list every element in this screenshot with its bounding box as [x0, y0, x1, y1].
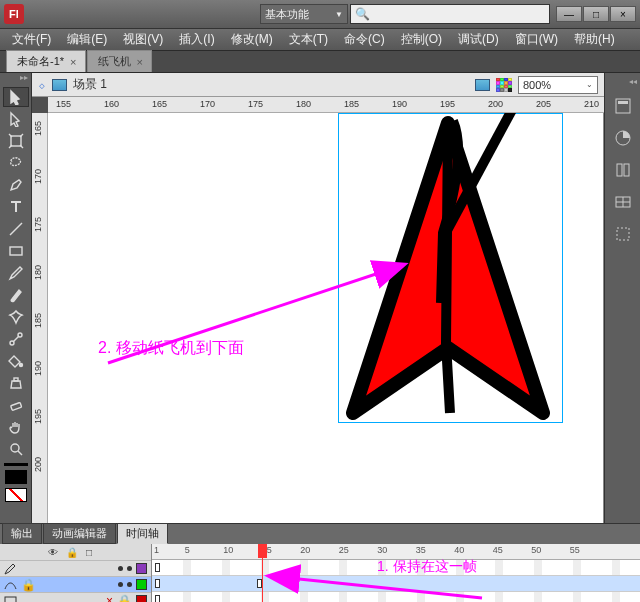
frame-row[interactable]: [152, 592, 640, 602]
stroke-swatch[interactable]: [5, 470, 27, 484]
search-input[interactable]: 🔍: [350, 4, 550, 24]
ink-bottle-tool[interactable]: [3, 373, 29, 393]
lasso-tool[interactable]: [3, 153, 29, 173]
close-icon[interactable]: ×: [137, 56, 143, 68]
svg-rect-0: [11, 136, 21, 146]
close-icon[interactable]: ×: [70, 56, 76, 68]
rectangle-tool[interactable]: [3, 241, 29, 261]
outline-icon[interactable]: □: [86, 547, 92, 558]
menu-help[interactable]: 帮助(H): [568, 29, 621, 50]
collapse-icon[interactable]: ▸▸: [20, 73, 28, 83]
workspace-selector[interactable]: 基本功能 ▼: [260, 4, 348, 24]
back-button[interactable]: ⬦: [38, 77, 46, 92]
pencil-tool[interactable]: [3, 263, 29, 283]
svg-rect-14: [624, 164, 629, 176]
menu-edit[interactable]: 编辑(E): [61, 29, 113, 50]
scene-icon: [52, 79, 67, 91]
layer-row[interactable]: 🔒: [0, 576, 151, 592]
svg-rect-16: [617, 228, 629, 240]
doc-tab-1[interactable]: 未命名-1* ×: [6, 50, 86, 72]
selection-tool[interactable]: [3, 87, 29, 107]
tween-icon: [4, 579, 17, 591]
swatches-panel-icon[interactable]: [610, 190, 636, 214]
svg-rect-13: [617, 164, 622, 176]
chevron-down-icon: ⌄: [586, 80, 593, 89]
text-tool[interactable]: [3, 197, 29, 217]
svg-point-7: [11, 444, 19, 452]
playhead[interactable]: [258, 544, 267, 602]
stage[interactable]: 2. 移动纸飞机到下面: [48, 113, 604, 523]
tab-timeline[interactable]: 时间轴: [117, 523, 168, 544]
bone-tool[interactable]: [3, 329, 29, 349]
doc-tab-label: 纸飞机: [98, 54, 131, 69]
vertical-ruler: 165170175180185190195200: [32, 113, 48, 523]
zoom-tool[interactable]: [3, 439, 29, 459]
eye-icon[interactable]: 👁: [48, 547, 58, 558]
horizontal-ruler: 155160165170175180185190195200205210: [48, 97, 604, 113]
transform-handle[interactable]: [411, 232, 465, 286]
app-logo: Fl: [4, 4, 24, 24]
pen-tool[interactable]: [3, 175, 29, 195]
annotation-text-1: 1. 保持在这一帧: [377, 558, 477, 576]
layers-pane: 👁 🔒 □ 🔒 ×🔒: [0, 544, 152, 602]
layer-icon: [4, 595, 17, 603]
tab-output[interactable]: 输出: [2, 523, 42, 544]
free-transform-tool[interactable]: [3, 131, 29, 151]
layer-color[interactable]: [136, 563, 147, 574]
hand-tool[interactable]: [3, 417, 29, 437]
layer-color[interactable]: [136, 595, 147, 602]
layer-row[interactable]: [0, 560, 151, 576]
library-panel-icon[interactable]: [610, 158, 636, 182]
edit-scene-icon[interactable]: [475, 79, 490, 91]
frames-pane[interactable]: 1510152025303540455055 1. 保持在这一帧: [152, 544, 640, 602]
eraser-tool[interactable]: [3, 395, 29, 415]
tab-motion-editor[interactable]: 动画编辑器: [43, 523, 116, 544]
menu-bar: 文件(F) 编辑(E) 视图(V) 插入(I) 修改(M) 文本(T) 命令(C…: [0, 29, 640, 51]
paint-bucket-tool[interactable]: [3, 351, 29, 371]
svg-rect-6: [10, 402, 21, 410]
title-bar: Fl 基本功能 ▼ 🔍 — □ ×: [0, 0, 640, 29]
maximize-button[interactable]: □: [583, 6, 609, 22]
layer-color[interactable]: [136, 579, 147, 590]
stroke-color[interactable]: [4, 463, 28, 466]
menu-window[interactable]: 窗口(W): [509, 29, 564, 50]
svg-rect-17: [5, 597, 16, 603]
properties-panel-icon[interactable]: [610, 94, 636, 118]
frame-row[interactable]: [152, 576, 640, 592]
color-panel-icon[interactable]: [610, 126, 636, 150]
doc-tab-2[interactable]: 纸飞机 ×: [87, 50, 152, 72]
menu-commands[interactable]: 命令(C): [338, 29, 391, 50]
scene-label: 场景 1: [73, 76, 107, 93]
expand-icon[interactable]: ◂◂: [629, 77, 640, 86]
menu-file[interactable]: 文件(F): [6, 29, 57, 50]
menu-debug[interactable]: 调试(D): [452, 29, 505, 50]
menu-view[interactable]: 视图(V): [117, 29, 169, 50]
brush-tool[interactable]: [3, 285, 29, 305]
fill-swatch[interactable]: [5, 488, 27, 502]
align-panel-icon[interactable]: [610, 222, 636, 246]
lock-icon[interactable]: 🔒: [66, 547, 78, 558]
symbol-palette-icon[interactable]: [496, 78, 512, 92]
close-button[interactable]: ×: [610, 6, 636, 22]
subselection-tool[interactable]: [3, 109, 29, 129]
timeline-panel: 输出 动画编辑器 时间轴 👁 🔒 □ 🔒: [0, 523, 640, 602]
zoom-selector[interactable]: 800% ⌄: [518, 76, 598, 94]
zoom-value: 800%: [523, 79, 551, 91]
menu-text[interactable]: 文本(T): [283, 29, 334, 50]
panel-dock: ◂◂: [604, 73, 640, 523]
document-tabs: 未命名-1* × 纸飞机 ×: [0, 51, 640, 73]
chevron-down-icon: ▼: [335, 10, 343, 19]
svg-rect-5: [14, 378, 18, 381]
annotation-text-2: 2. 移动纸飞机到下面: [98, 338, 244, 359]
menu-insert[interactable]: 插入(I): [173, 29, 220, 50]
deco-tool[interactable]: [3, 307, 29, 327]
menu-modify[interactable]: 修改(M): [225, 29, 279, 50]
edit-bar: ⬦ 场景 1 800% ⌄: [32, 73, 604, 97]
toolbox: ▸▸: [0, 73, 32, 523]
layer-row[interactable]: ×🔒: [0, 592, 151, 602]
svg-rect-11: [618, 101, 628, 104]
menu-control[interactable]: 控制(O): [395, 29, 448, 50]
line-tool[interactable]: [3, 219, 29, 239]
search-icon: 🔍: [355, 7, 370, 21]
minimize-button[interactable]: —: [556, 6, 582, 22]
